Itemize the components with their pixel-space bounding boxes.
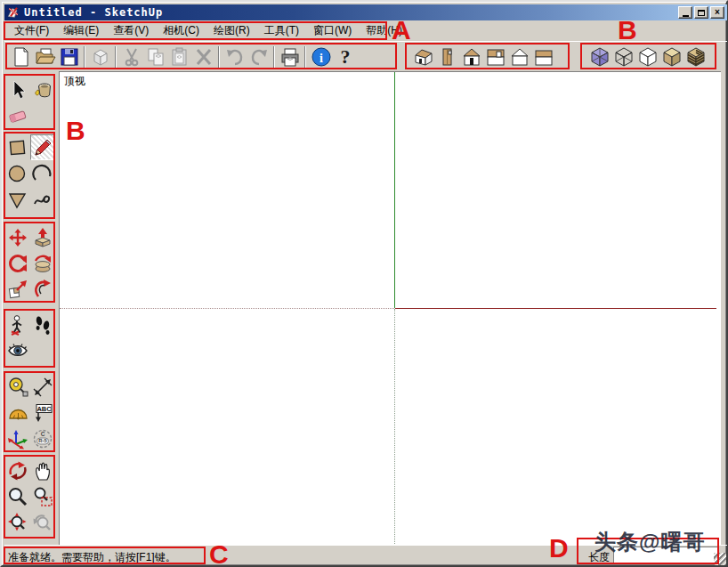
toolbar-separator xyxy=(115,46,117,68)
back-view-button[interactable] xyxy=(507,45,531,69)
zoom-window-tool[interactable] xyxy=(30,483,55,509)
redo-button[interactable] xyxy=(247,45,271,69)
svg-text:R-5: R-5 xyxy=(38,438,47,443)
annotation-letter-a: A xyxy=(392,17,411,44)
empty-cell xyxy=(30,102,55,128)
left-view-button[interactable] xyxy=(531,45,555,69)
push-pull-tool[interactable] xyxy=(30,224,55,250)
resize-grip[interactable] xyxy=(714,553,726,565)
erase-x-icon xyxy=(193,46,214,68)
help-button[interactable]: ? xyxy=(333,45,357,69)
menu-window[interactable]: 窗口(W) xyxy=(306,20,359,41)
text-icon: ABC xyxy=(32,402,53,424)
redo-icon xyxy=(248,46,270,68)
textured-mode-button[interactable] xyxy=(684,45,708,69)
menu-tools[interactable]: 工具(T) xyxy=(257,20,306,41)
orbit-tool[interactable] xyxy=(5,458,30,483)
front-view-button[interactable] xyxy=(459,45,483,69)
cut-button[interactable] xyxy=(119,45,143,69)
menu-view[interactable]: 查看(V) xyxy=(106,20,156,41)
walk-tool[interactable] xyxy=(30,312,55,337)
orbit-icon xyxy=(7,460,28,482)
shaded-mode-icon xyxy=(661,46,683,68)
wireframe-mode-icon xyxy=(613,46,635,68)
textured-mode-icon xyxy=(685,46,707,68)
push-pull-icon xyxy=(32,227,53,248)
freehand-tool[interactable] xyxy=(30,186,55,212)
front-view-icon xyxy=(461,46,482,68)
hidden-line-mode-button[interactable] xyxy=(635,45,659,69)
paint-bucket-tool[interactable] xyxy=(30,77,55,102)
freehand-icon xyxy=(32,189,53,210)
minimize-button[interactable] xyxy=(678,6,692,19)
shaded-mode-button[interactable] xyxy=(659,45,684,69)
model-info-button[interactable]: i xyxy=(309,45,333,69)
pan-icon xyxy=(32,460,53,482)
line-tool[interactable] xyxy=(30,134,55,160)
pan-tool[interactable] xyxy=(30,458,55,483)
rotate-tool[interactable] xyxy=(5,250,30,276)
minimize-icon xyxy=(683,15,689,17)
arc-icon xyxy=(32,163,53,184)
top-view-button[interactable] xyxy=(435,45,459,69)
axes-tool[interactable] xyxy=(5,425,30,451)
erase-button[interactable] xyxy=(191,45,215,69)
view-name-label: 顶视 xyxy=(64,74,85,89)
move-tool[interactable] xyxy=(5,224,30,250)
green-axis-positive xyxy=(394,72,395,308)
previous-view-tool[interactable] xyxy=(30,509,55,535)
menu-file[interactable]: 文件(F) xyxy=(7,20,56,41)
copy-button[interactable] xyxy=(143,45,167,69)
section-plane-tool[interactable]: CR-5 xyxy=(30,425,55,451)
tape-measure-tool[interactable] xyxy=(5,374,30,400)
cut-icon xyxy=(121,46,142,68)
rectangle-tool[interactable] xyxy=(5,134,30,160)
circle-tool[interactable] xyxy=(5,160,30,186)
make-component-icon xyxy=(90,46,111,68)
close-button[interactable]: × xyxy=(710,6,724,19)
xray-mode-icon xyxy=(589,46,611,68)
zoom-tool[interactable] xyxy=(5,483,30,509)
green-axis-negative xyxy=(394,309,395,544)
maximize-button[interactable] xyxy=(694,6,708,19)
paste-icon xyxy=(169,46,190,68)
annotation-letter-b-left: B xyxy=(66,117,85,144)
tape-measure-icon xyxy=(7,377,28,398)
xray-mode-button[interactable] xyxy=(587,45,611,69)
look-around-tool[interactable] xyxy=(5,337,30,363)
save-icon xyxy=(59,46,80,68)
new-button[interactable] xyxy=(9,45,33,69)
zoom-extents-tool[interactable] xyxy=(5,509,30,535)
annotation-letter-d: D xyxy=(549,535,569,562)
right-view-button[interactable] xyxy=(483,45,507,69)
drawing-canvas[interactable]: 顶视 xyxy=(59,71,721,545)
arc-tool[interactable] xyxy=(30,160,55,186)
select-tool[interactable] xyxy=(5,77,30,102)
move-icon xyxy=(7,227,28,248)
wireframe-mode-button[interactable] xyxy=(611,45,635,69)
menu-draw[interactable]: 绘图(R) xyxy=(206,20,257,41)
open-button[interactable] xyxy=(33,45,57,69)
offset-tool[interactable] xyxy=(30,276,55,302)
undo-button[interactable] xyxy=(222,45,247,69)
left-view-icon xyxy=(533,46,554,68)
dimension-tool[interactable] xyxy=(30,374,55,400)
print-button[interactable] xyxy=(278,45,302,69)
help-icon: ? xyxy=(335,46,356,68)
iso-view-button[interactable] xyxy=(411,45,435,69)
previous-view-icon xyxy=(32,512,53,533)
paste-button[interactable] xyxy=(167,45,191,69)
make-component-button[interactable] xyxy=(88,45,112,69)
scale-tool[interactable] xyxy=(5,276,30,302)
menu-edit[interactable]: 编辑(E) xyxy=(56,20,106,41)
eraser-tool[interactable] xyxy=(5,102,30,128)
position-camera-tool[interactable] xyxy=(5,312,30,337)
follow-me-tool[interactable] xyxy=(30,250,55,276)
watermark-text: 头条@曙哥 xyxy=(595,528,705,556)
protractor-tool[interactable] xyxy=(5,400,30,425)
text-tool[interactable]: ABC xyxy=(30,400,55,425)
polygon-tool[interactable] xyxy=(5,186,30,212)
rotate-icon xyxy=(7,253,28,274)
menu-camera[interactable]: 相机(C) xyxy=(156,20,206,41)
save-button[interactable] xyxy=(57,45,81,69)
